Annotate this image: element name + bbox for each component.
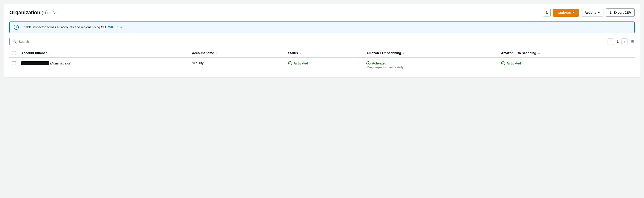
- header-checkbox-cell: [10, 49, 18, 57]
- account-number-cell: (Administrator): [18, 57, 189, 73]
- info-banner: i Enable Inspector across all accounts a…: [10, 21, 634, 33]
- col-account-number[interactable]: Account number ▽: [18, 49, 189, 57]
- admin-label: (Administrator): [50, 62, 71, 65]
- ec2-scanning-value: Activated: [372, 62, 386, 65]
- ecr-check-icon: ✓: [501, 61, 505, 65]
- header-row: Organization (6) Info ↻ Activate Actions…: [10, 8, 634, 17]
- account-name-cell: Security: [189, 57, 286, 73]
- info-icon: i: [14, 25, 19, 30]
- ec2-activated: ✓ Activated: [366, 61, 496, 65]
- sort-account-name-icon: ▽: [216, 52, 218, 55]
- ecr-activated: ✓ Activated: [501, 61, 632, 65]
- search-wrapper: 🔍: [10, 38, 131, 45]
- row-checkbox[interactable]: [12, 61, 16, 65]
- github-link[interactable]: GitHub ↗: [108, 25, 122, 29]
- accounts-table: Account number ▽ Account name ▽ Status ▼…: [10, 49, 634, 73]
- select-all-checkbox[interactable]: [12, 51, 16, 55]
- banner-text: Enable Inspector across all accounts and…: [22, 25, 122, 29]
- col-status-label: Status: [288, 51, 298, 55]
- export-csv-button[interactable]: ⤓ Export CSV: [606, 8, 634, 17]
- sort-account-number-icon: ▽: [48, 52, 50, 55]
- activate-label: Activate: [557, 11, 571, 15]
- page-title: Organization (6): [10, 10, 48, 15]
- col-ecr-label: Amazon ECR scanning: [501, 51, 536, 55]
- page-container: Organization (6) Info ↻ Activate Actions…: [4, 4, 640, 78]
- header-actions: ↻ Activate Actions ⤓ Export CSV: [543, 8, 634, 17]
- col-account-name-label: Account name: [192, 51, 214, 55]
- sort-ec2-icon: ▽: [403, 52, 405, 55]
- sort-status-icon: ▼: [300, 52, 302, 55]
- ec2-check-icon: ✓: [366, 61, 370, 65]
- status-check-icon: ✓: [288, 61, 292, 65]
- sort-ecr-icon: ▽: [538, 52, 540, 55]
- github-label: GitHub: [108, 25, 118, 29]
- status-value: Activated: [294, 62, 308, 65]
- activate-button[interactable]: Activate: [553, 9, 579, 17]
- banner-message: Enable Inspector across all accounts and…: [22, 25, 107, 29]
- col-ec2-label: Amazon EC2 scanning: [366, 51, 401, 55]
- table-row: (Administrator) Security ✓ Activated: [10, 57, 634, 73]
- col-account-name[interactable]: Account name ▽: [189, 49, 286, 57]
- row-checkbox-cell: [10, 57, 18, 73]
- table-header-row: Account number ▽ Account name ▽ Status ▼…: [10, 49, 634, 57]
- next-page-button[interactable]: ›: [621, 38, 628, 45]
- col-status[interactable]: Status ▼: [286, 49, 364, 57]
- refresh-icon: ↻: [546, 10, 548, 15]
- prev-arrow-icon: ‹: [610, 40, 612, 43]
- col-account-number-label: Account number: [21, 51, 47, 55]
- activate-chevron-icon: [572, 12, 574, 13]
- title-text: Organization: [10, 10, 40, 15]
- prev-page-button[interactable]: ‹: [608, 38, 614, 45]
- next-arrow-icon: ›: [624, 40, 625, 43]
- col-ecr-scanning[interactable]: Amazon ECR scanning ▽: [498, 49, 634, 57]
- status-cell: ✓ Activated: [286, 57, 364, 73]
- refresh-button[interactable]: ↻: [543, 9, 551, 16]
- deep-inspection-note: (Deep inspection deactivated): [366, 66, 496, 69]
- status-activated: ✓ Activated: [288, 61, 361, 65]
- header-left: Organization (6) Info: [10, 10, 56, 15]
- actions-button[interactable]: Actions: [581, 9, 604, 16]
- info-link[interactable]: Info: [50, 11, 56, 14]
- page-number: 1: [617, 40, 618, 43]
- actions-chevron-icon: [598, 12, 600, 13]
- actions-label: Actions: [584, 11, 596, 14]
- ecr-scanning-cell: ✓ Activated: [498, 57, 634, 73]
- column-settings-icon[interactable]: ⚙: [630, 39, 634, 44]
- col-ec2-scanning[interactable]: Amazon EC2 scanning ▽: [364, 49, 498, 57]
- ecr-scanning-value: Activated: [507, 62, 521, 65]
- export-csv-label: Export CSV: [614, 11, 631, 14]
- count-badge: (6): [42, 10, 48, 15]
- external-link-icon: ↗: [120, 26, 122, 29]
- search-row: 🔍 ‹ 1 › ⚙: [10, 38, 634, 45]
- ec2-status-container: ✓ Activated (Deep inspection deactivated…: [366, 61, 496, 69]
- search-input[interactable]: [19, 40, 128, 43]
- redacted-account-number: [21, 61, 49, 65]
- pagination: ‹ 1 › ⚙: [608, 38, 634, 45]
- export-icon: ⤓: [609, 10, 612, 15]
- account-name-value: Security: [192, 61, 204, 65]
- ec2-scanning-cell: ✓ Activated (Deep inspection deactivated…: [364, 57, 498, 73]
- search-icon: 🔍: [12, 39, 17, 44]
